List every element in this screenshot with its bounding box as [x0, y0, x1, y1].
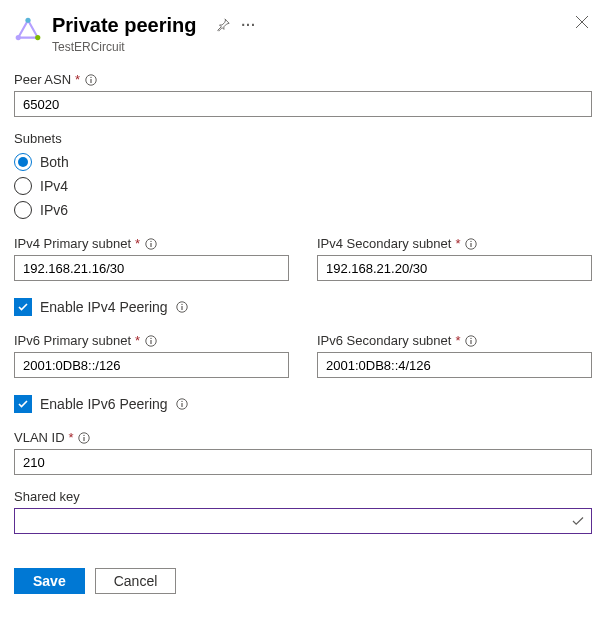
- shared-key-label: Shared key: [14, 489, 80, 504]
- enable-ipv6-checkbox[interactable]: Enable IPv6 Peering: [14, 392, 592, 416]
- info-icon[interactable]: [78, 431, 91, 444]
- enable-ipv4-checkbox[interactable]: Enable IPv4 Peering: [14, 295, 592, 319]
- checkbox-icon: [14, 395, 32, 413]
- enable-ipv6-label: Enable IPv6 Peering: [40, 396, 168, 412]
- enable-ipv4-label: Enable IPv4 Peering: [40, 299, 168, 315]
- svg-rect-18: [150, 340, 151, 344]
- ipv6-primary-input[interactable]: [14, 352, 289, 378]
- peer-asn-input[interactable]: [14, 91, 592, 117]
- vlan-id-label: VLAN ID: [14, 430, 65, 445]
- shared-key-input[interactable]: [14, 508, 592, 534]
- radio-icon: [14, 153, 32, 171]
- ipv4-secondary-group: IPv4 Secondary subnet *: [317, 236, 592, 281]
- close-icon[interactable]: [572, 12, 592, 32]
- info-icon[interactable]: [464, 334, 477, 347]
- svg-point-20: [470, 337, 471, 338]
- required-indicator: *: [135, 236, 140, 251]
- page-title: Private peering: [52, 12, 197, 38]
- radio-icon: [14, 177, 32, 195]
- save-button[interactable]: Save: [14, 568, 85, 594]
- ipv4-secondary-input[interactable]: [317, 255, 592, 281]
- info-icon[interactable]: [176, 398, 189, 411]
- checkbox-icon: [14, 298, 32, 316]
- svg-point-26: [83, 434, 84, 435]
- svg-point-11: [470, 240, 471, 241]
- check-icon: [571, 514, 585, 528]
- svg-marker-0: [18, 20, 38, 37]
- vlan-id-input[interactable]: [14, 449, 592, 475]
- page-subtitle: TestERCircuit: [52, 40, 572, 54]
- svg-rect-12: [470, 243, 471, 247]
- info-icon[interactable]: [84, 73, 97, 86]
- more-icon[interactable]: ···: [239, 15, 259, 35]
- pin-icon[interactable]: [213, 15, 233, 35]
- subnets-group: Subnets Both IPv4 IPv6: [14, 131, 592, 222]
- peer-asn-group: Peer ASN *: [14, 72, 592, 117]
- radio-ipv4[interactable]: IPv4: [14, 174, 592, 198]
- ipv4-primary-input[interactable]: [14, 255, 289, 281]
- required-indicator: *: [455, 333, 460, 348]
- ipv6-primary-group: IPv6 Primary subnet *: [14, 333, 289, 378]
- svg-point-2: [35, 35, 40, 40]
- svg-rect-21: [470, 340, 471, 344]
- required-indicator: *: [75, 72, 80, 87]
- ipv6-primary-label: IPv6 Primary subnet: [14, 333, 131, 348]
- svg-point-17: [150, 337, 151, 338]
- ipv6-secondary-group: IPv6 Secondary subnet *: [317, 333, 592, 378]
- radio-label: IPv4: [40, 178, 68, 194]
- ipv6-secondary-label: IPv6 Secondary subnet: [317, 333, 451, 348]
- ipv6-secondary-input[interactable]: [317, 352, 592, 378]
- radio-ipv6[interactable]: IPv6: [14, 198, 592, 222]
- peering-icon: [14, 16, 42, 44]
- svg-point-5: [90, 76, 91, 77]
- cancel-button[interactable]: Cancel: [95, 568, 177, 594]
- svg-point-23: [181, 401, 182, 402]
- ipv4-primary-group: IPv4 Primary subnet *: [14, 236, 289, 281]
- required-indicator: *: [69, 430, 74, 445]
- radio-icon: [14, 201, 32, 219]
- info-icon[interactable]: [144, 237, 157, 250]
- required-indicator: *: [135, 333, 140, 348]
- svg-point-14: [181, 304, 182, 305]
- svg-rect-27: [84, 437, 85, 441]
- required-indicator: *: [455, 236, 460, 251]
- radio-both[interactable]: Both: [14, 150, 592, 174]
- svg-rect-9: [150, 243, 151, 247]
- info-icon[interactable]: [144, 334, 157, 347]
- radio-label: Both: [40, 154, 69, 170]
- svg-point-8: [150, 240, 151, 241]
- radio-label: IPv6: [40, 202, 68, 218]
- info-icon[interactable]: [176, 301, 189, 314]
- subnets-label: Subnets: [14, 131, 62, 146]
- svg-rect-24: [182, 403, 183, 407]
- peer-asn-label: Peer ASN: [14, 72, 71, 87]
- panel-header: Private peering ··· TestERCircuit: [14, 12, 592, 54]
- info-icon[interactable]: [464, 237, 477, 250]
- vlan-id-group: VLAN ID *: [14, 430, 592, 475]
- footer: Save Cancel: [14, 568, 592, 594]
- svg-point-1: [25, 18, 30, 23]
- shared-key-group: Shared key: [14, 489, 592, 534]
- svg-point-3: [16, 35, 21, 40]
- svg-rect-15: [182, 306, 183, 310]
- ipv4-secondary-label: IPv4 Secondary subnet: [317, 236, 451, 251]
- svg-rect-6: [90, 79, 91, 83]
- ipv4-primary-label: IPv4 Primary subnet: [14, 236, 131, 251]
